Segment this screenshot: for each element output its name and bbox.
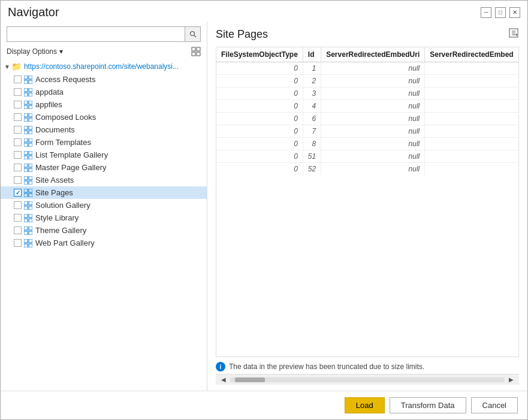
- table-cell: [425, 138, 518, 150]
- table-cell: 0: [216, 87, 303, 100]
- svg-rect-23: [29, 126, 32, 129]
- tree-item-checkbox[interactable]: [14, 226, 22, 234]
- tree-area: ▼ 📁 https://contoso.sharepoint.com/site/…: [1, 60, 207, 386]
- tree-item-checkbox[interactable]: [14, 201, 22, 209]
- tree-item-label: Site Assets: [35, 176, 74, 185]
- svg-rect-8: [24, 80, 28, 84]
- table-cell: 0: [216, 62, 303, 75]
- tree-item[interactable]: Site Assets: [1, 174, 207, 186]
- svg-rect-59: [29, 239, 32, 243]
- select-related-icon: [191, 47, 201, 56]
- scroll-left-button[interactable]: ◀: [218, 374, 229, 385]
- table-cell: [425, 87, 518, 100]
- svg-rect-18: [24, 113, 28, 117]
- tree-item-checkbox[interactable]: [14, 151, 22, 159]
- tree-item-checkbox[interactable]: [14, 176, 22, 184]
- tree-item-checkbox[interactable]: ✓: [14, 189, 22, 197]
- tree-item-checkbox[interactable]: [14, 113, 22, 121]
- table-cell: 0: [216, 138, 303, 150]
- svg-rect-9: [29, 80, 32, 84]
- svg-rect-3: [197, 47, 200, 51]
- minimize-button[interactable]: ─: [481, 7, 491, 18]
- svg-rect-7: [29, 75, 32, 79]
- tree-item-checkbox[interactable]: [14, 214, 22, 222]
- tree-item[interactable]: List Template Gallery: [1, 149, 207, 161]
- tree-item[interactable]: Style Library: [1, 211, 207, 224]
- svg-rect-47: [29, 201, 32, 205]
- table-header: Id: [303, 47, 321, 62]
- table-cell: 1: [303, 62, 321, 75]
- table-cell: 6: [303, 113, 321, 125]
- table-cell: null: [321, 87, 425, 100]
- tree-item-label: Web Part Gallery: [35, 238, 95, 247]
- tree-root[interactable]: ▼ 📁 https://contoso.sharepoint.com/site/…: [1, 60, 207, 73]
- transform-data-button[interactable]: Transform Data: [390, 397, 466, 413]
- tree-item-checkbox[interactable]: [14, 164, 22, 171]
- table-cell: [425, 62, 518, 75]
- tree-item[interactable]: Web Part Gallery: [1, 237, 207, 249]
- tree-item[interactable]: Composed Looks: [1, 111, 207, 123]
- tree-item[interactable]: Solution Gallery: [1, 199, 207, 211]
- svg-rect-2: [192, 47, 195, 51]
- table-cell: [425, 125, 518, 138]
- svg-rect-45: [29, 194, 32, 197]
- table-row: 07null: [216, 125, 518, 138]
- tree-item[interactable]: appfiles: [1, 98, 207, 111]
- table-cell: null: [321, 62, 425, 75]
- svg-rect-61: [29, 244, 32, 247]
- truncated-text: The data in the preview has been truncat…: [229, 362, 424, 371]
- table-cell: null: [321, 125, 425, 138]
- table-cell: 2: [303, 75, 321, 87]
- tree-item[interactable]: ✓ Site Pages: [1, 186, 207, 199]
- table-header: FileSystemObjectType: [216, 47, 303, 62]
- tree-item-checkbox[interactable]: [14, 126, 22, 134]
- display-options-button[interactable]: Display Options ▾: [7, 47, 63, 56]
- tree-item-checkbox[interactable]: [14, 239, 22, 247]
- svg-rect-52: [24, 219, 28, 222]
- table-header: ServerRedirectedEmbedUri: [321, 47, 425, 62]
- load-button[interactable]: Load: [345, 397, 385, 413]
- search-button[interactable]: [185, 27, 200, 41]
- tree-item-checkbox[interactable]: [14, 101, 22, 108]
- svg-rect-5: [197, 52, 200, 56]
- tree-item[interactable]: Master Page Gallery: [1, 161, 207, 174]
- table-row: 04null: [216, 100, 518, 113]
- tree-item[interactable]: appdata: [1, 86, 207, 98]
- table-cell: [425, 113, 518, 125]
- tree-item[interactable]: Documents: [1, 123, 207, 136]
- tree-item[interactable]: Access Requests: [1, 73, 207, 86]
- tree-item-checkbox[interactable]: [14, 75, 22, 83]
- svg-rect-24: [24, 131, 28, 134]
- data-table: FileSystemObjectTypeIdServerRedirectedEm…: [216, 47, 518, 175]
- maximize-button[interactable]: □: [495, 7, 506, 18]
- svg-rect-28: [24, 143, 28, 147]
- svg-rect-11: [29, 88, 32, 92]
- grid-icon: [24, 126, 32, 134]
- cancel-button[interactable]: Cancel: [471, 397, 518, 413]
- svg-rect-31: [29, 151, 32, 155]
- svg-rect-27: [29, 138, 32, 142]
- table-cell: 0: [216, 163, 303, 176]
- tree-item[interactable]: Theme Gallery: [1, 224, 207, 237]
- svg-rect-43: [29, 189, 32, 192]
- export-button[interactable]: [508, 28, 519, 41]
- folder-icon: 📁: [11, 62, 22, 71]
- svg-rect-42: [24, 189, 28, 192]
- tree-item[interactable]: Form Templates: [1, 136, 207, 149]
- svg-rect-36: [24, 168, 28, 172]
- grid-icon: [24, 189, 32, 197]
- search-input[interactable]: [7, 29, 185, 40]
- scroll-right-button[interactable]: ▶: [506, 374, 517, 385]
- select-related-button[interactable]: [191, 47, 201, 56]
- svg-rect-38: [24, 176, 28, 180]
- tree-item-checkbox[interactable]: [14, 88, 22, 96]
- table-cell: [425, 100, 518, 113]
- svg-line-1: [194, 35, 196, 37]
- grid-icon: [24, 138, 32, 147]
- close-button[interactable]: ✕: [509, 7, 520, 18]
- horizontal-scrollbar[interactable]: ◀ ▶: [216, 374, 519, 385]
- grid-icon: [24, 151, 32, 159]
- svg-rect-39: [29, 176, 32, 180]
- tree-item-checkbox[interactable]: [14, 138, 22, 146]
- table-row: 08null: [216, 138, 518, 150]
